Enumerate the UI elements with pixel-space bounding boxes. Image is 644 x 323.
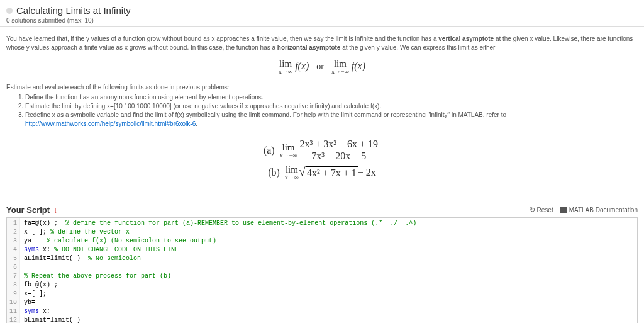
- page-header: Calculating Limits at Infinity 0 solutio…: [0, 0, 644, 27]
- line-number: 10: [9, 298, 17, 307]
- line-number: 6: [9, 263, 17, 272]
- line-number: 4: [9, 246, 17, 254]
- reset-label: Reset: [537, 207, 553, 213]
- script-header: Your Script ↓ ↻ Reset MATLAB Documentati…: [6, 205, 638, 215]
- script-title-text: Your Script: [6, 205, 50, 215]
- prob-a-label: (a): [264, 145, 275, 156]
- prob-a-lim: lim x→−∞: [280, 142, 297, 159]
- reset-icon: ↻: [530, 206, 535, 214]
- prob-a-lim-top: lim: [280, 142, 297, 153]
- script-section: Your Script ↓ ↻ Reset MATLAB Documentati…: [0, 205, 644, 323]
- page-title: Calculating Limits at Infinity: [16, 5, 131, 16]
- line-number: 1: [9, 219, 17, 228]
- script-title: Your Script ↓: [6, 205, 58, 215]
- line-number: 11: [9, 307, 17, 316]
- line-number: 8: [9, 281, 17, 290]
- matlab-help-link[interactable]: http://www.mathworks.com/help/symbolic/l…: [25, 120, 196, 127]
- step-3: Redefine x as a symbolic variable and fi…: [25, 111, 638, 128]
- intro-text-1: You have learned that, if the y values o…: [6, 35, 438, 42]
- code-line[interactable]: syms x; % DO NOT CHANGE CODE ON THIS LIN…: [24, 246, 633, 254]
- step-1: Define the function f as an anonymous fu…: [25, 93, 638, 102]
- code-line[interactable]: fa=@(x) ; % define the function for part…: [24, 219, 633, 228]
- limit-neg-infinity: lim x→−∞: [331, 59, 349, 75]
- intro-paragraph: You have learned that, if the y values o…: [6, 35, 638, 52]
- code-line[interactable]: syms x;: [24, 307, 633, 316]
- limit-pos-infinity: lim x→∞: [279, 59, 292, 75]
- problem-equations: (a) lim x→−∞ 2x³ + 3x² − 6x + 19 7x³ − 2…: [6, 139, 638, 181]
- limit-expression: lim x→∞ f(x) or lim x→−∞ f(x): [6, 59, 638, 75]
- code-line[interactable]: x=[ ]; % define the vector x: [24, 228, 633, 237]
- prob-a-fraction: 2x³ + 3x² − 6x + 19 7x³ − 20x − 5: [297, 139, 380, 162]
- code-editor[interactable]: 12345678910111213 fa=@(x) ; % define the…: [6, 217, 638, 323]
- lim-sub-posinf: x→∞: [279, 68, 292, 75]
- line-number: 12: [9, 316, 17, 323]
- intro-text-3: at the given y value. We can express thi…: [340, 44, 495, 51]
- doc-label: MATLAB Documentation: [569, 207, 638, 213]
- line-number: 2: [9, 228, 17, 237]
- matlab-doc-button[interactable]: MATLAB Documentation: [560, 207, 638, 213]
- prob-a-denominator: 7x³ − 20x − 5: [297, 150, 380, 162]
- code-line[interactable]: yb=: [24, 298, 633, 307]
- code-line[interactable]: % Repeat the above process for part (b): [24, 272, 633, 281]
- line-number: 3: [9, 237, 17, 246]
- problem-description: You have learned that, if the y values o…: [0, 27, 644, 205]
- code-area[interactable]: fa=@(x) ; % define the function for part…: [20, 218, 637, 323]
- problem-a: (a) lim x→−∞ 2x³ + 3x² − 6x + 19 7x³ − 2…: [6, 139, 638, 162]
- code-line[interactable]: bLimit=limit( ): [24, 316, 633, 323]
- prob-b-tail: − 2x: [358, 167, 376, 178]
- problem-b: (b) lim x→∞ √ 4x² + 7x + 1 − 2x: [6, 164, 638, 181]
- code-line[interactable]: fb=@(x) ;: [24, 281, 633, 290]
- code-line[interactable]: aLimit=limit( ) % No semicolon: [24, 254, 633, 263]
- step-2-text: Estimate the limit by defining x=[10 100…: [25, 103, 381, 110]
- sqrt-icon: √: [299, 166, 306, 176]
- code-line[interactable]: ya= % calculate f(x) (No semicolon to se…: [24, 237, 633, 246]
- instructions-heading: Estimate and evaluate each of the follow…: [6, 84, 638, 91]
- script-controls: ↻ Reset MATLAB Documentation: [530, 206, 638, 214]
- prob-b-sqrt-body: 4x² + 7x + 1: [306, 166, 358, 179]
- prob-a-lim-sub: x→−∞: [280, 152, 297, 159]
- or-label: or: [316, 62, 324, 71]
- prob-b-lim: lim x→∞: [285, 164, 299, 181]
- status-circle-icon: [6, 8, 13, 14]
- prob-a-numerator: 2x³ + 3x² − 6x + 19: [297, 139, 380, 150]
- fx-label: f(x): [295, 60, 309, 71]
- prob-b-lim-sub: x→∞: [285, 174, 299, 181]
- line-number: 9: [9, 290, 17, 298]
- step-3-tail: .: [196, 120, 197, 127]
- download-arrow-icon: ↓: [53, 205, 58, 215]
- code-line[interactable]: [24, 263, 633, 272]
- lim-sub-neginf: x→−∞: [331, 68, 349, 75]
- step-2: Estimate the limit by defining x=[10 100…: [25, 102, 638, 111]
- intro-bold-2: horizontal asymptote: [277, 44, 341, 51]
- submission-count: 0 solutions submitted (max: 10): [6, 17, 638, 24]
- steps-list: Define the function f as an anonymous fu…: [25, 93, 638, 128]
- fx-label-2: f(x): [352, 60, 365, 71]
- line-gutter: 12345678910111213: [7, 218, 20, 323]
- book-icon: [560, 207, 567, 213]
- prob-b-sqrt: √ 4x² + 7x + 1: [299, 166, 358, 179]
- line-number: 7: [9, 272, 17, 281]
- code-line[interactable]: x=[ ];: [24, 290, 633, 298]
- intro-bold-1: vertical asymptote: [438, 35, 494, 42]
- line-number: 5: [9, 254, 17, 263]
- prob-b-label: (b): [268, 167, 280, 178]
- step-3-text: Redefine x as a symbolic variable and fi…: [25, 111, 506, 118]
- reset-button[interactable]: ↻ Reset: [530, 206, 553, 214]
